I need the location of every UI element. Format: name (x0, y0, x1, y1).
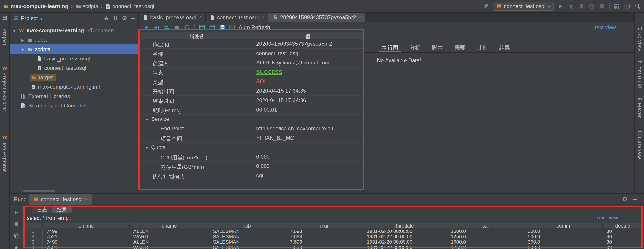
graph-view-icon[interactable] (198, 24, 205, 31)
open-detail-icon[interactable] (153, 24, 159, 31)
suspend-icon[interactable] (174, 24, 180, 31)
refresh-icon[interactable] (184, 24, 190, 31)
close-icon[interactable] (358, 15, 361, 20)
ide-window: max-compute-learning scripts connect_tes… (0, 0, 644, 249)
column-header[interactable]: mgr (286, 222, 363, 228)
tab-log[interactable]: 日志 (32, 205, 52, 213)
restore-layout-icon[interactable] (13, 233, 20, 239)
search-icon[interactable] (634, 3, 640, 9)
expander-icon[interactable] (20, 37, 25, 43)
compare-icon[interactable] (163, 24, 170, 31)
auto-refresh-checkbox[interactable] (230, 25, 235, 30)
tab-analysis[interactable]: 分析 (404, 42, 426, 52)
build-wrench-icon[interactable] (482, 3, 488, 9)
maxcompute-icon: W (2, 65, 8, 71)
column-header[interactable]: ename (130, 222, 209, 228)
debug-icon[interactable] (568, 3, 574, 9)
close-icon[interactable] (198, 15, 201, 20)
run-button[interactable]: ▶ (558, 3, 564, 9)
stop-button[interactable] (13, 221, 20, 227)
hide-panel-icon[interactable] (633, 199, 637, 199)
folder-icon (27, 46, 33, 52)
column-header[interactable]: hiredate (363, 222, 447, 228)
toolwindow-maven-button[interactable]: m Maven (635, 96, 644, 119)
run-config-selector[interactable]: W connect_test.osql (492, 2, 554, 11)
layout-icon[interactable] (614, 3, 620, 9)
tree-row-target[interactable]: target (10, 73, 138, 82)
column-header[interactable]: job (209, 222, 286, 228)
text-view-link[interactable]: text view (597, 214, 618, 221)
toolwindow-sciview-button[interactable]: SciView (635, 25, 644, 51)
tree-row-scratches[interactable]: Scratches and Consoles (10, 101, 138, 110)
editor-tab-job-detail[interactable]: 20200415093435737gvsoa5pr2 (268, 13, 366, 22)
coverage-icon[interactable] (578, 3, 584, 9)
table-cell: 7,698 (286, 228, 363, 234)
tree-row-iml[interactable]: max-compute-learning.iml (10, 82, 138, 91)
tab-script[interactable]: 脚本 (426, 42, 448, 52)
toolwindow-project-explorer-button[interactable]: W Project Explorer (0, 65, 10, 111)
project-panel-title[interactable]: Project (21, 15, 38, 21)
toolbar-divider (194, 24, 194, 31)
tab-execution-graph[interactable]: 执行图 (376, 42, 404, 52)
property-name: 项目空间 (160, 134, 182, 142)
tree-row-basic-process[interactable]: basic_process.osql (10, 54, 138, 63)
editor-tab-basic-process[interactable]: basic_process.osql (139, 13, 206, 22)
expander-icon[interactable] (144, 116, 149, 122)
tab-result[interactable]: 结果 (493, 42, 516, 52)
property-row: 开始时间 2020-04-15 17:34:35 (141, 86, 363, 96)
status-badge[interactable]: SUCCESS (256, 69, 282, 75)
collapse-all-icon[interactable]: ⇅ (113, 15, 118, 21)
table-row[interactable]: 3 7499 ALLEN SALESMAN 7,698 1981-02-20 0… (23, 239, 643, 244)
toolwindow-ant-button[interactable]: Ant Build (635, 59, 644, 88)
jump-to-source-icon[interactable] (143, 24, 149, 31)
table-row[interactable]: 4 7521 WARD SALESMAN 7,698 1981-02-22 00… (23, 244, 643, 249)
horizontal-scrollbar[interactable] (23, 190, 56, 192)
table-row[interactable]: 2 7521 WARD SALESMAN 7,698 1981-02-22 00… (23, 234, 643, 239)
toolwindow-job-explorer-button[interactable]: W Job Explorer (0, 134, 10, 172)
expander-icon[interactable] (20, 46, 25, 52)
column-header[interactable]: deptno (603, 222, 643, 228)
terminal-icon[interactable] (624, 3, 630, 9)
profiler-icon[interactable] (588, 3, 595, 9)
pin-icon[interactable] (13, 245, 20, 249)
text-view-link[interactable]: text view (595, 24, 616, 31)
tree-row-root[interactable]: W max-compute-learning ~/Documen (10, 26, 138, 35)
column-header[interactable]: comm (524, 222, 603, 228)
rerun-button[interactable]: ▶ (13, 209, 20, 215)
breadcrumb-project[interactable]: max-compute-learning (11, 3, 68, 9)
save-icon[interactable] (219, 24, 226, 31)
tab-plan[interactable]: 计划 (471, 42, 493, 52)
toolwindow-label: SciView (637, 32, 642, 51)
run-tab[interactable]: W connect_test.osql (29, 194, 92, 204)
locate-file-icon[interactable]: ⊕ (104, 15, 109, 21)
tab-summary[interactable]: 概要 (448, 42, 471, 52)
tree-row-scripts[interactable]: scripts (10, 44, 138, 54)
close-icon[interactable] (261, 15, 264, 20)
property-name: 结束时间 (152, 97, 174, 104)
tab-results[interactable]: 结果 (52, 205, 72, 213)
expander-icon[interactable] (144, 144, 149, 150)
toolwindow-database-button[interactable]: Database (635, 130, 644, 160)
hide-panel-icon[interactable] (131, 18, 135, 19)
editor-tab-connect-test[interactable]: connect_test.osql (206, 13, 268, 22)
toolwindow-project-button[interactable]: 1: Project (0, 15, 10, 46)
expander-icon[interactable] (12, 27, 16, 33)
close-icon[interactable] (85, 197, 88, 201)
breadcrumb-scripts[interactable]: scripts (82, 3, 98, 9)
table-view-icon[interactable] (209, 24, 215, 31)
table-row[interactable]: 1 7499 ALLEN SALESMAN 7,698 1981-02-20 0… (23, 228, 643, 234)
property-row: 内存用量(GB*min) 0.000 (141, 162, 363, 171)
osql-run-icon: W (33, 196, 39, 202)
chevron-down-icon[interactable] (40, 15, 43, 21)
gear-icon[interactable]: ⚙ (622, 196, 628, 202)
stop-icon[interactable] (599, 3, 605, 9)
column-header[interactable]: sal (447, 222, 524, 228)
tree-row-external-libraries[interactable]: External Libraries (10, 91, 138, 101)
tree-row-idea[interactable]: .idea (10, 35, 138, 44)
gear-icon[interactable]: ⚙ (122, 15, 127, 21)
column-header[interactable]: empno (43, 222, 130, 228)
breadcrumb-file[interactable]: connect_test.osql (112, 3, 154, 9)
toolwindow-label: Maven (637, 103, 642, 119)
run-label: Run: (14, 196, 25, 202)
tree-row-connect-test[interactable]: connect_test.osql (10, 63, 138, 73)
